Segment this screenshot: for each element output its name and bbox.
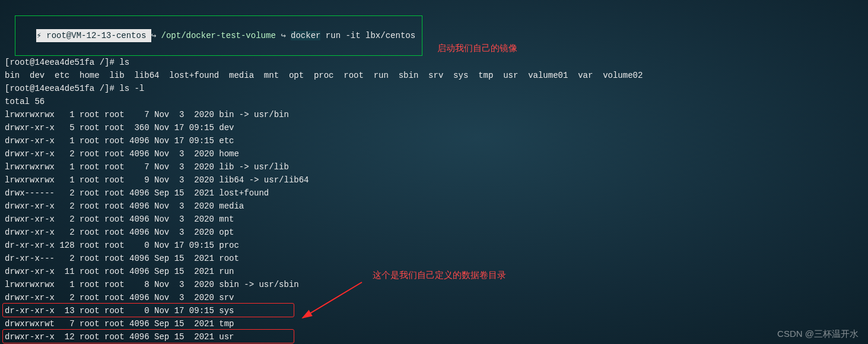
path-text: /opt/docker-test-volume: [161, 31, 276, 40]
host-text: root@VM-12-13-centos: [46, 31, 146, 40]
prompt-line-1: [root@14eea4de51fa /]# ls: [5, 58, 129, 67]
ls-row: drwxr-xr-x 5 root root 360 Nov 17 09:15 …: [5, 123, 234, 132]
cmd-segment: docker run -it lbx/centos: [286, 29, 421, 42]
path-segment: /opt/docker-test-volume: [156, 29, 281, 42]
ls-row: dr-xr-xr-x 13 root root 0 Nov 17 09:15 s…: [5, 306, 234, 315]
ls-row: drwxr-xr-x 2 root root 4096 Nov 3 2020 o…: [5, 228, 234, 237]
terminal[interactable]: ⚡ root@VM-12-13-centos ↪ /opt/docker-tes…: [0, 0, 868, 344]
prompt-line-2: [root@14eea4de51fa /]# ls -l: [5, 84, 144, 93]
ls-row: lrwxrwxrwx 1 root root 8 Nov 3 2020 sbin…: [5, 280, 299, 289]
ls-row: dr-xr-x--- 2 root root 4096 Sep 15 2021 …: [5, 254, 239, 263]
ls-row: drwxr-xr-x 2 root root 4096 Nov 3 2020 m…: [5, 201, 244, 211]
ls-row: drwxr-xr-x 11 root root 4096 Sep 15 2021…: [5, 267, 234, 276]
total-line: total 56: [5, 97, 44, 106]
docker-cmd: docker: [291, 31, 320, 40]
ls-row: drwxrwxrwt 7 root root 4096 Sep 15 2021 …: [5, 319, 234, 329]
ls-row: dr-xr-xr-x 128 root root 0 Nov 17 09:15 …: [5, 241, 239, 250]
host-segment: ⚡ root@VM-12-13-centos: [36, 29, 151, 42]
ls-row: lrwxrwxrwx 1 root root 9 Nov 3 2020 lib6…: [5, 175, 309, 185]
docker-args: run -it lbx/centos: [326, 31, 415, 40]
ls-row: lrwxrwxrwx 1 root root 7 Nov 3 2020 bin …: [5, 110, 289, 119]
bolt-icon: ⚡: [36, 31, 41, 40]
annotation-middle: 这个是我们自己定义的数据卷目录: [373, 269, 506, 282]
ls-row: lrwxrwxrwx 1 root root 7 Nov 3 2020 lib …: [5, 162, 289, 172]
sep1-icon: ↪: [151, 29, 156, 42]
ls-row: drwxr-xr-x 12 root root 4096 Sep 15 2021…: [5, 332, 234, 342]
ls-output: bin dev etc home lib lib64 lost+found me…: [5, 71, 643, 80]
ls-row: drwxr-xr-x 2 root root 4096 Nov 3 2020 h…: [5, 149, 239, 159]
ls-row: drwxr-xr-x 2 root root 4096 Nov 3 2020 m…: [5, 214, 234, 224]
sep2-icon: ↪: [281, 29, 285, 42]
watermark-text: CSDN @三杯温开水: [777, 327, 859, 340]
annotation-top: 启动我们自己的镜像: [437, 43, 517, 53]
ls-row: drwxr-xr-x 2 root root 4096 Nov 3 2020 s…: [5, 293, 234, 302]
ls-row: drwx------ 2 root root 4096 Sep 15 2021 …: [5, 188, 269, 198]
top-prompt-bar: ⚡ root@VM-12-13-centos ↪ /opt/docker-tes…: [15, 15, 422, 56]
ls-row: drwxr-xr-x 1 root root 4096 Nov 17 09:15…: [5, 136, 234, 146]
